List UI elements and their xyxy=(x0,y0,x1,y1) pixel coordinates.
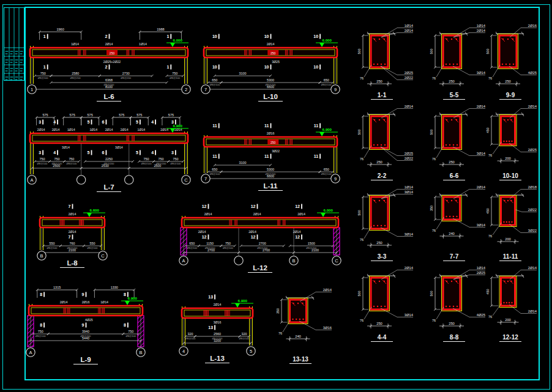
svg-text:2Ø14: 2Ø14 xyxy=(121,128,129,131)
svg-text:2Ø14: 2Ø14 xyxy=(160,128,168,131)
svg-text:76: 76 xyxy=(488,76,492,80)
section-title: 6-6 xyxy=(443,172,465,180)
svg-text:A: A xyxy=(29,350,32,355)
section-title: 11-11 xyxy=(499,253,521,261)
svg-text:2Ø14: 2Ø14 xyxy=(37,128,45,131)
svg-text:5: 5 xyxy=(136,120,138,124)
svg-text:12: 12 xyxy=(202,235,207,239)
svg-text:2Ø18: 2Ø18 xyxy=(528,185,537,189)
svg-text:11-11: 11-11 xyxy=(503,253,518,260)
svg-text:6.000: 6.000 xyxy=(173,38,183,42)
svg-text:76: 76 xyxy=(360,319,364,322)
svg-text:Ø8@100: Ø8@100 xyxy=(170,76,180,80)
svg-text:2700: 2700 xyxy=(259,242,266,245)
cross-section-9-9: 5002Ø164Ø25762509-9 xyxy=(482,22,539,102)
svg-text:250: 250 xyxy=(505,80,511,83)
width-dimension: 250 xyxy=(367,160,392,168)
svg-text:2100: 2100 xyxy=(69,248,76,252)
width-dimension: 250 xyxy=(439,80,464,87)
svg-text:9: 9 xyxy=(82,292,84,297)
section-body xyxy=(499,115,517,146)
svg-text:76: 76 xyxy=(432,76,436,80)
svg-text:6600: 6600 xyxy=(267,174,274,178)
svg-text:4Ø25: 4Ø25 xyxy=(85,318,93,322)
svg-text:2Ø22: 2Ø22 xyxy=(405,157,413,160)
svg-text:500: 500 xyxy=(430,129,433,135)
svg-text:Ø8@100: Ø8@100 xyxy=(223,246,233,250)
svg-text:500: 500 xyxy=(357,210,361,215)
dimension-chains: 3100650Ø8@1005300Ø8@200650Ø8@1006600 xyxy=(204,161,337,180)
svg-text:10: 10 xyxy=(313,34,318,39)
svg-text:750: 750 xyxy=(38,330,43,333)
svg-text:2Ø14: 2Ø14 xyxy=(204,212,212,216)
svg-text:4: 4 xyxy=(53,150,56,155)
dimension-chains: 750Ø8@1003940Ø8@200750Ø8@1005440 xyxy=(29,330,142,342)
height-dimension: 450 xyxy=(486,196,499,226)
section-title: 4-4 xyxy=(371,334,393,342)
width-dimension: 200 xyxy=(498,318,519,325)
svg-text:A: A xyxy=(30,177,33,183)
width-dimension: 250 xyxy=(496,80,520,87)
dimension-chains: 750Ø8@100750Ø8@200750Ø8@1002250Ø8@200750… xyxy=(31,157,187,169)
svg-text:12: 12 xyxy=(251,204,256,209)
svg-text:2Ø25: 2Ø25 xyxy=(405,152,413,155)
svg-text:1: 1 xyxy=(166,65,169,69)
svg-text:500: 500 xyxy=(486,48,490,54)
svg-text:76: 76 xyxy=(488,234,492,238)
svg-text:Ø8@100: Ø8@100 xyxy=(209,172,220,176)
svg-text:3Ø14: 3Ø14 xyxy=(62,146,70,149)
svg-text:350: 350 xyxy=(430,205,433,211)
beam-elevation-L-10: 2501010101010102Ø143Ø256.0003100650Ø8@10… xyxy=(200,22,341,103)
section-body xyxy=(499,196,517,227)
svg-text:6.900: 6.900 xyxy=(128,296,138,300)
svg-text:Ø8@100: Ø8@100 xyxy=(185,337,196,340)
svg-text:11: 11 xyxy=(264,154,269,158)
svg-text:6.600: 6.600 xyxy=(90,208,100,212)
beam-elevation-L-8: 772Ø142Ø146.600550Ø8@100760Ø8@200550Ø8@1… xyxy=(35,201,109,269)
svg-text:1Ø14: 1Ø14 xyxy=(100,300,108,304)
svg-text:1Ø14: 1Ø14 xyxy=(71,42,79,46)
svg-text:750: 750 xyxy=(225,242,231,245)
svg-text:76: 76 xyxy=(432,229,436,232)
svg-text:2700: 2700 xyxy=(207,248,215,252)
svg-text:2Ø14: 2Ø14 xyxy=(60,300,68,304)
svg-text:L-6: L-6 xyxy=(103,93,114,100)
svg-text:6.000: 6.000 xyxy=(324,208,334,212)
svg-text:1150: 1150 xyxy=(206,242,214,245)
svg-text:250: 250 xyxy=(376,322,382,325)
section-body xyxy=(370,276,390,311)
svg-text:500: 500 xyxy=(357,48,361,54)
svg-text:2Ø14: 2Ø14 xyxy=(405,266,414,270)
svg-text:2560: 2560 xyxy=(214,332,221,336)
section-title: 13-13 xyxy=(289,356,311,364)
svg-text:2Ø14: 2Ø14 xyxy=(174,128,182,131)
svg-text:1500: 1500 xyxy=(308,242,315,245)
svg-text:550: 550 xyxy=(90,242,95,245)
svg-text:12: 12 xyxy=(295,204,300,209)
cad-drawing-sheet: 2501211211Ø142Ø141Ø142Ø25+2Ø22196019886.… xyxy=(0,0,552,392)
svg-text:3Ø16: 3Ø16 xyxy=(323,326,332,330)
svg-text:650: 650 xyxy=(212,168,217,171)
svg-text:7: 7 xyxy=(204,87,207,92)
svg-text:1315: 1315 xyxy=(53,286,61,289)
svg-text:575: 575 xyxy=(88,113,93,117)
svg-text:L-13: L-13 xyxy=(210,355,225,362)
svg-text:250: 250 xyxy=(270,51,276,55)
svg-text:2: 2 xyxy=(185,87,187,92)
svg-text:11: 11 xyxy=(212,124,217,128)
svg-text:L-9: L-9 xyxy=(80,356,91,363)
section-body xyxy=(499,276,517,308)
svg-text:6368: 6368 xyxy=(105,78,113,82)
svg-text:Ø8@100: Ø8@100 xyxy=(37,162,48,165)
svg-text:4Ø25: 4Ø25 xyxy=(528,71,537,75)
svg-text:250: 250 xyxy=(270,141,276,144)
svg-text:1-1: 1-1 xyxy=(378,92,387,98)
svg-text:6.900: 6.900 xyxy=(238,298,248,303)
svg-text:Ø8@100: Ø8@100 xyxy=(239,337,250,340)
svg-text:750: 750 xyxy=(40,157,45,161)
cross-section-10-10: 4502Ø142Ø257620010-10 xyxy=(482,103,539,182)
cross-section-13-13: 3502Ø143Ø167624013-13 xyxy=(272,286,334,366)
drawing-title: L-8 xyxy=(60,259,84,268)
width-dimension: 240 xyxy=(286,335,310,342)
svg-text:C: C xyxy=(101,253,105,259)
